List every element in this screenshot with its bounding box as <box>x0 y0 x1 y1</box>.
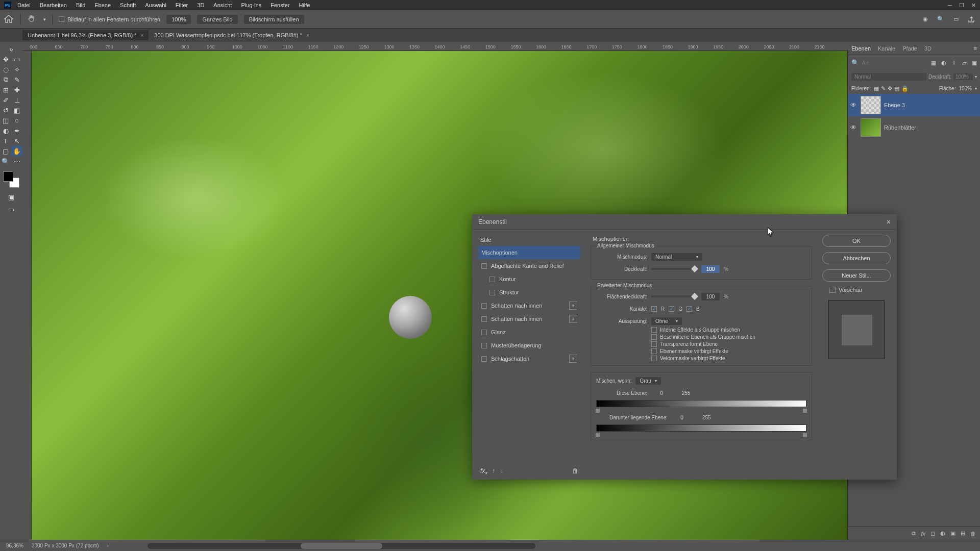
opacity-input[interactable]: 100 <box>701 265 720 273</box>
filter-pixel-icon[interactable]: ▦ <box>930 59 937 66</box>
move-tool[interactable]: ✥ <box>0 54 11 64</box>
flyout-toggle-icon[interactable]: » <box>0 44 22 54</box>
style-item[interactable]: Schatten nach innen+ <box>478 299 580 312</box>
dialog-titlebar[interactable]: Ebenenstil × <box>472 214 897 230</box>
stamp-tool[interactable]: ⊥ <box>11 95 22 105</box>
menu-schrift[interactable]: Schrift <box>120 2 136 8</box>
fit-image-button[interactable]: Ganzes Bild <box>197 15 237 24</box>
lock-paint-icon[interactable]: ✎ <box>881 85 886 92</box>
style-checkbox[interactable] <box>489 277 495 282</box>
underlying-layer-gradient[interactable] <box>596 424 806 432</box>
style-checkbox[interactable] <box>481 263 487 269</box>
eraser-tool[interactable]: ◧ <box>11 105 22 115</box>
screenmode-icon[interactable]: ▭ <box>0 204 22 214</box>
group-icon[interactable]: ▣ <box>950 530 955 537</box>
dodge-tool[interactable]: ◐ <box>0 126 11 136</box>
style-item[interactable]: Abgeflachte Kante und Relief <box>478 259 580 272</box>
tab-kanaele[interactable]: Kanäle <box>878 45 895 52</box>
link-layers-icon[interactable]: ⧉ <box>912 530 916 537</box>
blend-option-checkbox[interactable]: Transparenz formt Ebene <box>651 341 806 347</box>
style-checkbox[interactable] <box>481 316 487 322</box>
menu-plug-ins[interactable]: Plug-ins <box>241 2 261 8</box>
layer-thumbnail[interactable] <box>861 96 881 114</box>
style-item[interactable]: Musterüberlagerung <box>478 339 580 352</box>
heal-tool[interactable]: ✚ <box>11 85 22 95</box>
tab-3d[interactable]: 3D <box>924 45 932 52</box>
style-checkbox[interactable] <box>481 356 487 362</box>
style-checkbox[interactable] <box>481 330 487 335</box>
fx-icon[interactable]: fx <box>921 531 925 537</box>
layer-name[interactable]: Rübenblätter <box>884 124 916 131</box>
close-tab-icon[interactable]: × <box>306 33 309 38</box>
layer-filter-input[interactable] <box>862 60 927 66</box>
type-tool[interactable]: T <box>0 136 11 146</box>
new-style-button[interactable]: Neuer Stil... <box>822 269 891 282</box>
tab-ebenen[interactable]: Ebenen <box>851 45 871 52</box>
blend-mode-dropdown[interactable]: Normal▾ <box>651 253 702 261</box>
menu-auswahl[interactable]: Auswahl <box>145 2 166 8</box>
filter-type-icon[interactable]: T <box>950 59 958 66</box>
fill-input[interactable]: 100 <box>701 293 720 300</box>
fill-field[interactable]: 100% <box>959 86 972 91</box>
fill-screen-button[interactable]: Bildschirm ausfüllen <box>244 15 304 24</box>
style-item[interactable]: Glanz <box>478 325 580 339</box>
history-brush-tool[interactable]: ↺ <box>0 105 11 115</box>
layer-name[interactable]: Ebene 3 <box>884 102 905 108</box>
close-tab-icon[interactable]: × <box>140 33 143 38</box>
blend-mode-dropdown[interactable]: Normal <box>851 73 926 81</box>
horizontal-scrollbar[interactable] <box>148 543 535 549</box>
workspace-icon[interactable]: ▭ <box>951 15 961 24</box>
opacity-field[interactable]: 100% <box>953 73 973 80</box>
crop-tool[interactable]: ⧉ <box>0 74 11 85</box>
style-up-icon[interactable]: ↑ <box>492 467 495 475</box>
scroll-all-windows-checkbox[interactable]: Bildlauf in allen Fenstern durchführen <box>59 16 160 22</box>
style-down-icon[interactable]: ↓ <box>500 467 503 475</box>
style-item[interactable]: Schatten nach innen+ <box>478 312 580 325</box>
lock-pos-icon[interactable]: ✥ <box>888 85 892 92</box>
lock-trans-icon[interactable]: ▦ <box>874 85 879 92</box>
menu-hilfe[interactable]: Hilfe <box>299 2 310 8</box>
blur-tool[interactable]: ○ <box>11 115 22 126</box>
lock-all-icon[interactable]: 🔒 <box>901 85 909 92</box>
search-icon[interactable]: 🔍 <box>851 59 859 66</box>
preview-checkbox[interactable]: Vorschau <box>822 287 891 293</box>
lock-nest-icon[interactable]: ▤ <box>894 85 899 92</box>
search-icon[interactable]: 🔍 <box>936 15 945 24</box>
menu-datei[interactable]: Datei <box>17 2 31 8</box>
eyedropper-tool[interactable]: ✎ <box>11 74 22 85</box>
menu-bild[interactable]: Bild <box>76 2 85 8</box>
channel-b-checkbox[interactable] <box>687 306 692 312</box>
pen-tool[interactable]: ✒ <box>11 126 22 136</box>
brush-tool[interactable]: ✐ <box>0 95 11 105</box>
fx-menu-icon[interactable]: fx▾ <box>480 467 487 475</box>
panel-menu-icon[interactable]: ≡ <box>974 45 977 52</box>
new-layer-icon[interactable]: ⊞ <box>961 530 965 537</box>
lasso-tool[interactable]: ◌ <box>0 64 11 74</box>
menu-filter[interactable]: Filter <box>176 2 188 8</box>
marquee-tool[interactable]: ▭ <box>11 54 22 64</box>
style-item[interactable]: Struktur <box>478 286 580 299</box>
add-effect-icon[interactable]: + <box>569 302 577 310</box>
style-item[interactable]: Schlagschatten+ <box>478 352 580 365</box>
layer-row[interactable]: 👁Rübenblätter <box>848 116 980 139</box>
style-checkbox[interactable] <box>481 303 487 309</box>
status-zoom[interactable]: 96,36% <box>6 543 23 548</box>
quickmask-icon[interactable]: ▣ <box>0 192 22 202</box>
gradient-tool[interactable]: ◫ <box>0 115 11 126</box>
zoom-tool[interactable]: 🔍 <box>0 156 11 166</box>
fill-slider[interactable] <box>651 295 697 297</box>
ok-button[interactable]: OK <box>822 235 891 247</box>
frame-tool[interactable]: ⊞ <box>0 85 11 95</box>
this-layer-gradient[interactable] <box>596 400 806 407</box>
maximize-button[interactable]: ☐ <box>959 2 964 9</box>
close-button[interactable]: ✕ <box>971 2 976 9</box>
filter-smart-icon[interactable]: ▣ <box>971 59 978 66</box>
hand-tool-icon[interactable] <box>27 14 37 24</box>
blend-option-checkbox[interactable]: Beschnittene Ebenen als Gruppe mischen <box>651 334 806 340</box>
adjustment-icon[interactable]: ◐ <box>940 530 945 537</box>
shape-tool[interactable]: ▢ <box>0 146 11 156</box>
visibility-icon[interactable]: 👁 <box>850 102 857 109</box>
blendif-dropdown[interactable]: Grau▾ <box>635 377 661 385</box>
menu-fenster[interactable]: Fenster <box>271 2 289 8</box>
dialog-close-icon[interactable]: × <box>887 218 891 226</box>
